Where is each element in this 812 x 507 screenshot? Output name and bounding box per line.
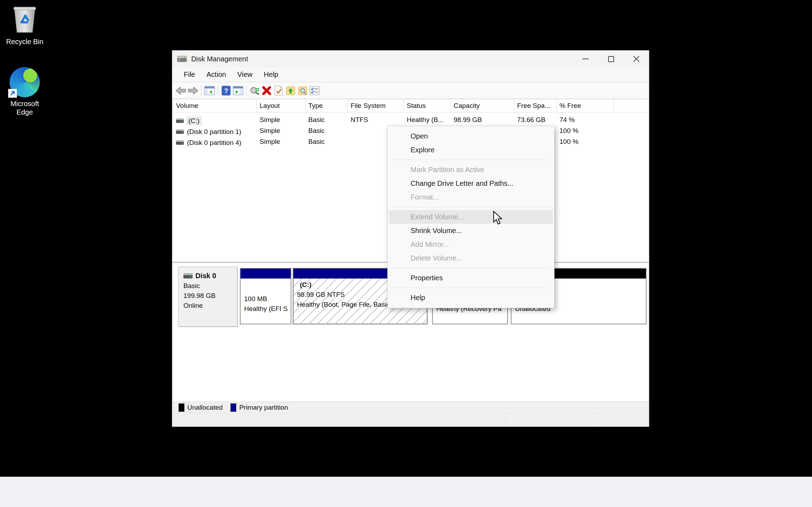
menu-item-properties[interactable]: Properties	[388, 271, 554, 285]
statusbar-separator	[598, 415, 598, 425]
forward-arrow-icon	[188, 87, 198, 94]
cell-type: Basic	[305, 126, 348, 136]
action-pane-icon	[233, 86, 243, 95]
cell-pct-free: 74 %	[557, 115, 614, 126]
toolbar: ?	[172, 83, 649, 99]
folder-up-icon	[286, 86, 296, 96]
col-status[interactable]: Status	[404, 99, 451, 112]
menu-item-delete-volume: Delete Volume...	[388, 251, 554, 265]
svg-text:?: ?	[224, 87, 228, 94]
cell-blank	[614, 126, 649, 136]
col-blank	[614, 99, 649, 112]
cell-pct-free: 100 %	[557, 126, 614, 136]
col-layout[interactable]: Layout	[257, 99, 305, 112]
document-check-icon	[274, 86, 283, 96]
col-type[interactable]: Type	[305, 99, 348, 112]
help-button[interactable]: ?	[220, 85, 232, 97]
help-icon: ?	[222, 86, 231, 96]
partition-efi[interactable]: 100 MB Healthy (EFI S	[240, 268, 291, 324]
menu-item-format: Format...	[388, 190, 554, 204]
cell-blank	[614, 136, 649, 147]
partition-status: Healthy (EFI S	[244, 304, 291, 314]
statusbar-separator	[510, 415, 511, 425]
disk0-info-panel[interactable]: Disk 0 Basic 199.98 GB Online	[178, 267, 237, 326]
menu-action[interactable]: Action	[201, 69, 232, 80]
disk-name: Disk 0	[195, 272, 216, 280]
cell-layout: Simple	[257, 126, 305, 136]
volume-name: (Disk 0 partition 4)	[187, 139, 241, 147]
col-free-space[interactable]: Free Spa...	[514, 99, 557, 112]
show-console-tree-button[interactable]	[204, 85, 216, 97]
menu-item-add-mirror: Add Mirror...	[388, 238, 554, 251]
close-button[interactable]	[624, 50, 649, 67]
menu-separator	[391, 268, 551, 268]
properties-check-button[interactable]	[273, 85, 285, 97]
cell-pct-free: 100 %	[557, 136, 614, 147]
checklist-icon	[309, 86, 320, 95]
menu-item-open[interactable]: Open	[388, 129, 554, 143]
menu-item-mark-partition-active: Mark Partition as Active	[388, 163, 554, 177]
menu-bar: File Action View Help	[172, 67, 649, 82]
action-pane-button[interactable]	[232, 85, 244, 97]
menu-separator	[391, 207, 551, 207]
menu-file[interactable]: File	[178, 69, 201, 80]
console-tree-icon	[204, 86, 215, 95]
unallocated-swatch	[178, 403, 184, 412]
taskbar: 1 比亚迪 +1.21% Search	[0, 477, 812, 507]
cell-blank	[614, 115, 649, 126]
volume-list-header: Volume Layout Type File System Status Ca…	[173, 99, 649, 112]
shortcut-arrow-icon	[8, 89, 17, 98]
toolbar-separator	[246, 86, 247, 96]
back-button[interactable]	[175, 85, 187, 97]
delete-x-icon	[262, 86, 272, 96]
mouse-cursor	[493, 211, 504, 226]
primary-partition-swatch	[230, 403, 236, 412]
primary-partition-strip	[241, 269, 291, 279]
connect-remote-button[interactable]	[249, 85, 261, 97]
legend-bar: Unallocated Primary partition	[172, 402, 649, 413]
col-capacity[interactable]: Capacity	[451, 99, 514, 112]
disk-state: Online	[183, 302, 237, 310]
legend-primary-label: Primary partition	[239, 404, 288, 411]
desktop-icon-label: Microsoft Edge	[8, 99, 42, 116]
desktop-icon-microsoft-edge[interactable]: Microsoft Edge	[2, 67, 47, 116]
col-volume[interactable]: Volume	[173, 99, 257, 112]
menu-item-shrink-volume[interactable]: Shrink Volume...	[388, 224, 554, 238]
menu-item-extend-volume: Extend Volume...	[389, 210, 553, 224]
titlebar[interactable]: Disk Management	[172, 50, 649, 67]
open-button[interactable]	[285, 85, 297, 97]
menu-item-help[interactable]: Help	[388, 291, 554, 305]
legend-unallocated-label: Unallocated	[187, 404, 223, 411]
remote-computer-icon	[249, 86, 260, 95]
delete-button[interactable]	[261, 85, 273, 97]
volume-row-c[interactable]: (C:) Simple Basic NTFS Healthy (B... 98.…	[173, 115, 649, 126]
col-pct-free[interactable]: % Free	[557, 99, 614, 112]
volume-icon	[176, 118, 184, 123]
volume-icon	[176, 140, 184, 145]
desktop-icon-recycle-bin[interactable]: Recycle Bin	[2, 6, 47, 46]
close-icon	[633, 55, 640, 62]
menu-item-explore[interactable]: Explore	[388, 143, 554, 157]
cell-layout: Simple	[257, 115, 305, 126]
cell-capacity: 98.99 GB	[451, 115, 514, 126]
volume-name: (C:)	[187, 117, 201, 125]
folder-search-icon	[298, 86, 308, 96]
menu-view[interactable]: View	[232, 69, 258, 80]
disk-kind: Basic	[183, 282, 237, 290]
task-list-button[interactable]	[309, 85, 321, 97]
maximize-button[interactable]	[598, 50, 624, 67]
status-bar	[172, 413, 649, 427]
disk-management-app-icon	[177, 55, 187, 63]
minimize-button[interactable]	[573, 50, 598, 67]
minimize-icon	[582, 59, 589, 59]
menu-item-change-drive-letter[interactable]: Change Drive Letter and Paths...	[388, 177, 554, 190]
search-folder-button[interactable]	[297, 85, 309, 97]
col-file-system[interactable]: File System	[348, 99, 404, 112]
menu-separator	[391, 160, 551, 160]
cell-file-system: NTFS	[348, 115, 404, 126]
desktop-icon-label: Recycle Bin	[2, 37, 47, 46]
cell-status: Healthy (B...	[404, 115, 451, 126]
forward-button[interactable]	[187, 85, 199, 97]
menu-help[interactable]: Help	[258, 69, 284, 80]
volume-icon	[176, 129, 184, 134]
